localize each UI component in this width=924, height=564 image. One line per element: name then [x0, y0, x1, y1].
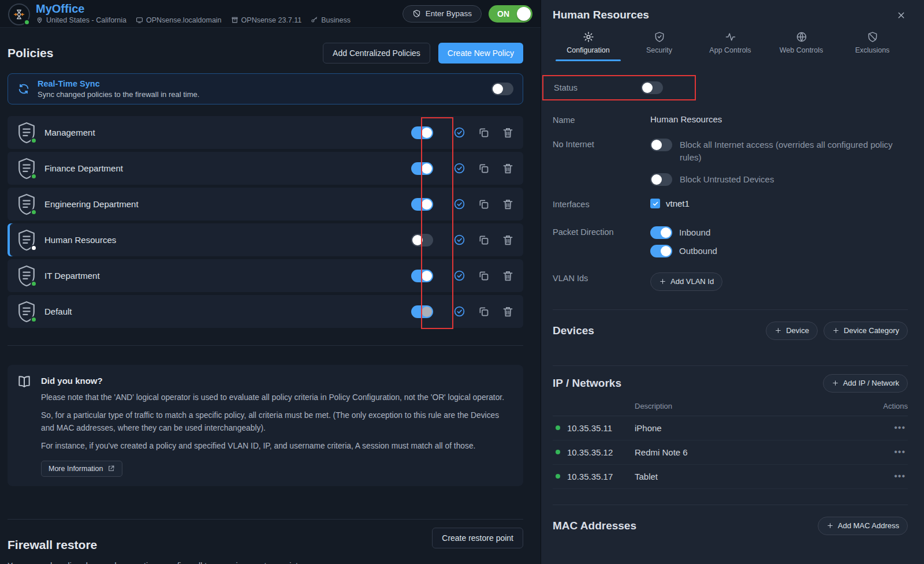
policy-sync-status-button[interactable] [453, 198, 465, 211]
create-new-policy-button[interactable]: Create New Policy [438, 43, 523, 64]
add-vlan-button[interactable]: Add VLAN Id [650, 272, 722, 291]
tab-security[interactable]: Security [624, 27, 695, 61]
trash-icon [502, 234, 514, 246]
policy-enable-toggle[interactable] [411, 162, 433, 175]
policy-row-it-department[interactable]: IT Department [8, 259, 523, 292]
ip-row[interactable]: 10.35.35.17 Tablet ••• [553, 465, 908, 489]
policy-delete-button[interactable] [501, 234, 514, 246]
policy-status-toggle[interactable] [641, 81, 663, 94]
check-circle-icon [453, 234, 465, 246]
trash-icon [502, 126, 514, 139]
tab-exclusions[interactable]: Exclusions [837, 27, 908, 61]
outbound-toggle[interactable] [650, 245, 672, 257]
brand: MyOffice United States - California OPNs… [8, 2, 351, 25]
policy-row-human-resources[interactable]: Human Resources [8, 223, 523, 256]
inbound-text: Inbound [679, 227, 710, 237]
policy-shield-icon [17, 193, 36, 216]
status-field-highlight-box: Status [542, 75, 696, 100]
interface-checkbox[interactable] [650, 199, 660, 208]
tab-web-controls[interactable]: Web Controls [766, 27, 837, 61]
add-mac-address-button[interactable]: Add MAC Address [818, 517, 908, 535]
enter-bypass-button[interactable]: Enter Bypass [403, 5, 482, 23]
ip-description: Redmi Note 6 [635, 447, 688, 457]
did-you-know-paragraph: Please note that the 'AND' logical opera… [41, 391, 513, 404]
mac-addresses-section: MAC Addresses Add MAC Address [553, 517, 908, 535]
location-pin-icon [36, 16, 43, 24]
policy-enable-toggle[interactable] [411, 198, 433, 211]
edition-text: Business [321, 16, 351, 24]
description-column-header: Description [635, 402, 672, 410]
policy-row-management[interactable]: Management [8, 116, 523, 149]
realtime-sync-title: Real-Time Sync [38, 79, 199, 89]
copy-icon [478, 270, 490, 282]
policy-row-engineering[interactable]: Engineering Department [8, 188, 523, 221]
packet-direction-field: Packet Direction Inbound Outbound [553, 226, 908, 257]
policy-delete-button[interactable] [501, 305, 514, 318]
block-untrusted-devices-toggle[interactable] [650, 173, 672, 186]
firewall-restore-description: You can undo policy changes by reverting… [8, 561, 523, 564]
row-actions-menu-icon[interactable]: ••• [892, 423, 908, 433]
outbound-text: Outbound [679, 246, 717, 256]
policy-list: Management Finance Department [8, 116, 523, 328]
policy-enable-toggle[interactable] [411, 126, 433, 139]
add-device-category-button[interactable]: Device Category [824, 322, 908, 340]
add-ip-network-button[interactable]: Add IP / Network [823, 374, 908, 393]
engine-on-toggle[interactable]: ON [489, 5, 532, 23]
divider [8, 519, 523, 520]
ip-row[interactable]: 10.35.35.11 iPhone ••• [553, 416, 908, 440]
divider [8, 345, 523, 346]
policy-row-default[interactable]: Default [8, 295, 523, 328]
policy-duplicate-button[interactable] [477, 126, 490, 139]
policy-duplicate-button[interactable] [477, 270, 490, 282]
no-internet-field: No Internet Block all Internet access (o… [553, 139, 908, 186]
policy-enable-toggle[interactable] [411, 270, 433, 282]
close-panel-button[interactable] [894, 8, 908, 22]
block-all-internet-toggle[interactable] [650, 139, 672, 151]
create-restore-point-button[interactable]: Create restore point [432, 528, 523, 548]
policies-pane: MyOffice United States - California OPNs… [0, 0, 541, 564]
policy-sync-status-button[interactable] [453, 126, 465, 139]
policy-duplicate-button[interactable] [477, 305, 490, 318]
online-status-dot [556, 450, 560, 454]
policy-sync-status-button[interactable] [453, 270, 465, 282]
policy-delete-button[interactable] [501, 198, 514, 211]
row-actions-menu-icon[interactable]: ••• [892, 471, 908, 481]
policy-duplicate-button[interactable] [477, 162, 490, 175]
version-info: OPNsense 23.7.11 [231, 16, 302, 24]
policy-shield-icon [17, 157, 36, 180]
shield-off-icon [412, 9, 421, 18]
policy-sync-status-button[interactable] [453, 234, 465, 246]
policy-row-finance[interactable]: Finance Department [8, 152, 523, 185]
check-circle-icon [453, 162, 465, 174]
ip-row[interactable]: 10.35.35.12 Redmi Note 6 ••• [553, 440, 908, 465]
online-status-dot [556, 474, 560, 479]
policy-delete-button[interactable] [501, 126, 514, 139]
tab-configuration[interactable]: Configuration [553, 27, 624, 61]
realtime-sync-toggle[interactable] [491, 83, 513, 95]
check-circle-icon [453, 305, 465, 318]
inbound-toggle[interactable] [650, 226, 672, 239]
policy-status-dot [31, 245, 37, 251]
policy-duplicate-button[interactable] [477, 234, 490, 246]
policy-enable-toggle[interactable] [411, 305, 433, 318]
policy-duplicate-button[interactable] [477, 198, 490, 211]
add-device-button[interactable]: Device [766, 322, 818, 340]
add-centralized-policies-button[interactable]: Add Centralized Policies [323, 43, 430, 64]
did-you-know-paragraph: For instance, if you've created a policy… [41, 440, 513, 452]
interfaces-label: Interfaces [553, 199, 650, 209]
policy-status-dot [31, 137, 37, 144]
policy-status-dot [31, 209, 37, 215]
tab-app-controls[interactable]: App Controls [695, 27, 766, 61]
plus-icon [832, 379, 839, 387]
archive-icon [231, 16, 239, 24]
copy-icon [478, 162, 490, 174]
policy-delete-button[interactable] [501, 162, 514, 175]
row-actions-menu-icon[interactable]: ••• [892, 447, 908, 457]
policy-delete-button[interactable] [501, 270, 514, 282]
policy-enable-toggle[interactable] [411, 234, 433, 246]
more-information-button[interactable]: More Information [41, 461, 122, 477]
vlan-label: VLAN Ids [553, 272, 650, 291]
policy-sync-status-button[interactable] [453, 305, 465, 318]
ip-address: 10.35.35.11 [567, 423, 635, 433]
policy-sync-status-button[interactable] [453, 162, 465, 175]
